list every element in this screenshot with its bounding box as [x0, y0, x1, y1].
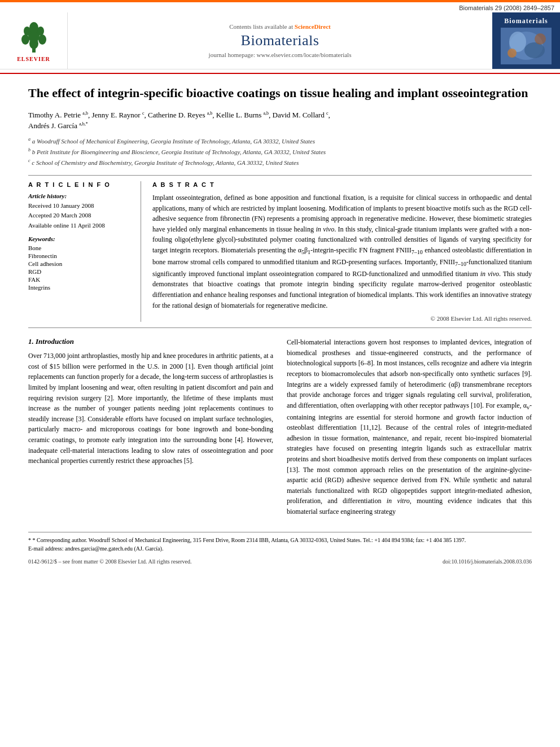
- article-info-label: A R T I C L E I N F O: [28, 181, 133, 188]
- keyword-integrins: Integrins: [28, 284, 133, 291]
- divider2: [28, 327, 532, 328]
- citation-text: Biomaterials 29 (2008) 2849–2857: [459, 5, 554, 11]
- doi-text: doi:10.1016/j.biomaterials.2008.03.036: [443, 558, 532, 565]
- journal-title-header: Biomaterials: [241, 32, 320, 49]
- contents-line: Contents lists available at ScienceDirec…: [229, 23, 330, 30]
- svg-point-3: [29, 22, 38, 33]
- abstract-text: Implant osseointegration, defined as bon…: [152, 193, 532, 311]
- body-two-col: 1. Introduction Over 713,000 joint arthr…: [28, 337, 532, 521]
- body-content: 1. Introduction Over 713,000 joint arthr…: [28, 337, 532, 521]
- abstract-col: A B S T R A C T Implant osseointegration…: [152, 181, 532, 322]
- email-footnote: E-mail address: andres.garcia@me.gatech.…: [28, 544, 532, 553]
- article-page: { "header": { "citation": "Biomaterials …: [0, 0, 560, 747]
- copyright-line: © 2008 Elsevier Ltd. All rights reserved…: [152, 315, 532, 322]
- info-abstract-columns: A R T I C L E I N F O Article history: R…: [28, 181, 532, 322]
- available-date: Available online 11 April 2008: [28, 221, 133, 230]
- svg-point-11: [524, 42, 545, 58]
- author-petrie: Timothy A. Petrie a,b, Jenny E. Raynor c…: [28, 111, 330, 119]
- journal-center: Contents lists available at ScienceDirec…: [68, 12, 492, 69]
- article-title: The effect of integrin-specific bioactiv…: [28, 85, 532, 102]
- journal-header: Biomaterials 29 (2008) 2849–2857 ELSEVIE…: [0, 2, 560, 74]
- intro-para2: Cell-biomaterial interactions govern hos…: [287, 337, 532, 517]
- author-garcia: Andrés J. García a,b,*: [28, 121, 88, 130]
- journal-homepage: journal homepage: www.elsevier.com/locat…: [209, 51, 352, 58]
- svg-point-7: [37, 27, 44, 36]
- keyword-cell-adhesion: Cell adhesion: [28, 260, 133, 267]
- svg-point-5: [38, 34, 46, 45]
- affiliation-c: c c School of Chemistry and Biochemistry…: [28, 158, 532, 167]
- elsevier-label: ELSEVIER: [17, 56, 50, 62]
- article-info-col: A R T I C L E I N F O Article history: R…: [28, 181, 141, 322]
- svg-point-12: [508, 49, 517, 58]
- keyword-fibronectin: Fibronectin: [28, 252, 133, 259]
- corresponding-footnote: * * Corresponding author. Woodruff Schoo…: [28, 536, 532, 544]
- accepted-date: Accepted 20 March 2008: [28, 211, 133, 220]
- license-text: 0142-9612/$ – see front matter © 2008 El…: [28, 558, 191, 565]
- body-left-col: 1. Introduction Over 713,000 joint arthr…: [28, 337, 273, 521]
- received-date: Received 10 January 2008: [28, 202, 133, 210]
- intro-para1: Over 713,000 joint arthroplasties, mostl…: [28, 351, 273, 466]
- body-right-col: Cell-biomaterial interactions govern hos…: [287, 337, 532, 521]
- abstract-label: A B S T R A C T: [152, 181, 532, 188]
- footer-area: * * Corresponding author. Woodruff Schoo…: [28, 532, 532, 565]
- keyword-bone: Bone: [28, 244, 133, 251]
- affiliation-b: b b Petit Institute for Bioengineering a…: [28, 147, 532, 156]
- elsevier-tree-icon: [14, 20, 54, 54]
- biomaterials-logo-text: Biomaterials: [504, 17, 548, 25]
- affiliation-a: a a Woodruff School of Mechanical Engine…: [28, 136, 532, 146]
- keywords-label: Keywords:: [28, 235, 133, 242]
- svg-point-4: [21, 34, 29, 45]
- footer-bottom: 0142-9612/$ – see front matter © 2008 El…: [28, 558, 532, 565]
- svg-point-13: [535, 33, 546, 45]
- authors-line: Timothy A. Petrie a,b, Jenny E. Raynor c…: [28, 110, 532, 132]
- keyword-fak: FAK: [28, 276, 133, 283]
- biomaterials-cover-image: [501, 28, 552, 64]
- main-content: The effect of integrin-specific bioactiv…: [0, 74, 560, 576]
- intro-heading: 1. Introduction: [28, 337, 273, 346]
- elsevier-logo-area: ELSEVIER: [0, 12, 68, 69]
- history-label: Article history:: [28, 193, 133, 199]
- journal-header-top: ELSEVIER Contents lists available at Sci…: [0, 12, 560, 69]
- biomaterials-logo-area: Biomaterials: [492, 12, 560, 69]
- divider: [28, 175, 532, 176]
- affiliations: a a Woodruff School of Mechanical Engine…: [28, 136, 532, 167]
- keyword-rgd: RGD: [28, 268, 133, 275]
- sciencedirect-link[interactable]: ScienceDirect: [295, 23, 331, 30]
- svg-point-6: [24, 27, 30, 36]
